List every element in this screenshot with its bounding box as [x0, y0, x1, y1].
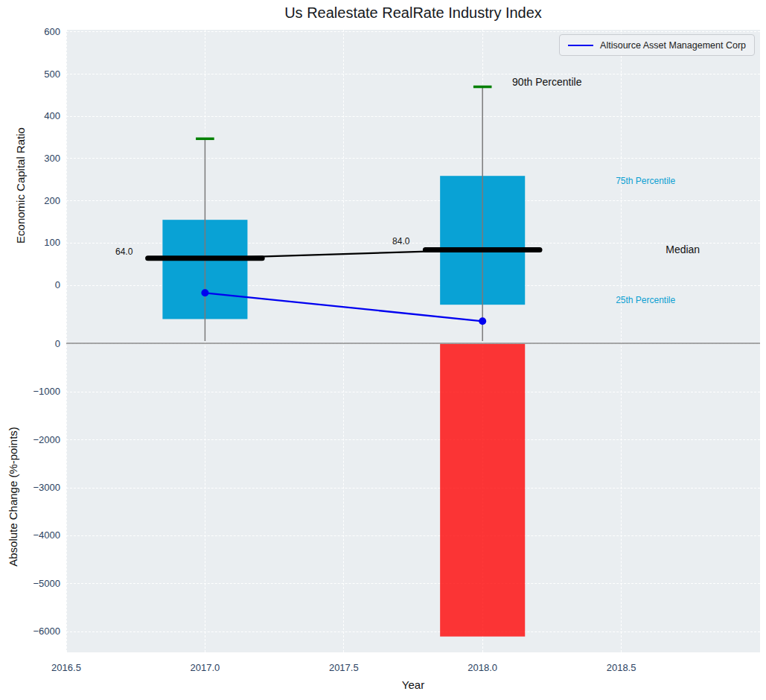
y-tick-label: 0: [20, 279, 60, 291]
gridline-horizontal: [66, 116, 760, 117]
gridline-horizontal: [66, 439, 760, 440]
y-tick-label: −2000: [20, 434, 60, 446]
x-tick-label: 2018.5: [596, 662, 648, 674]
gridline-horizontal: [66, 343, 760, 344]
gridline-horizontal: [66, 285, 760, 286]
gridline-horizontal: [66, 631, 760, 632]
percentile-label: Median: [666, 244, 700, 255]
gridline-vertical: [66, 30, 67, 652]
legend: Altisource Asset Management Corp: [559, 34, 755, 56]
y-tick-label: −6000: [20, 626, 60, 637]
bottom-y-axis-label: Absolute Change (%-points): [7, 427, 19, 567]
y-tick-label: −4000: [20, 529, 60, 541]
x-tick-label: 2016.5: [40, 662, 92, 674]
gridline-vertical: [482, 30, 483, 652]
gridline-vertical: [343, 30, 344, 652]
x-tick-label: 2017.5: [318, 662, 370, 674]
top-y-axis-label: Economic Capital Ratio: [14, 127, 27, 244]
y-tick-label: 500: [20, 69, 60, 80]
gridline-vertical: [621, 30, 622, 652]
y-tick-label: −1000: [20, 386, 60, 398]
gridline-horizontal: [66, 243, 760, 244]
gridline-horizontal: [66, 583, 760, 584]
gridline-horizontal: [66, 535, 760, 536]
gridline-horizontal: [66, 488, 760, 489]
x-tick-label: 2017.0: [179, 662, 231, 674]
x-axis-label: Year: [402, 678, 424, 691]
percentile-label: 75th Percentile: [616, 176, 675, 186]
x-tick-label: 2018.0: [456, 662, 508, 674]
y-tick-label: 600: [20, 26, 60, 38]
chart-title: Us Realestate RealRate Industry Index: [66, 4, 760, 22]
y-tick-label: −3000: [20, 482, 60, 494]
y-tick-label: 0: [20, 338, 60, 350]
y-tick-label: −5000: [20, 578, 60, 590]
gridline-horizontal: [66, 158, 760, 159]
figure: Us Realestate RealRate Industry Index 60…: [0, 0, 766, 700]
gridline-horizontal: [66, 74, 760, 74]
median-value-annotation: 84.0: [392, 236, 409, 246]
gridline-horizontal: [66, 31, 760, 32]
y-tick-label: 400: [20, 110, 60, 122]
bottom-plot-area: [66, 342, 760, 653]
gridline-horizontal: [66, 392, 760, 392]
legend-series-label: Altisource Asset Management Corp: [600, 40, 746, 51]
gridline-vertical: [205, 30, 205, 652]
gridline-horizontal: [66, 200, 760, 201]
legend-line-sample-icon: [568, 45, 593, 46]
median-value-annotation: 64.0: [115, 246, 133, 257]
percentile-label: 90th Percentile: [512, 76, 581, 88]
percentile-label: 25th Percentile: [616, 295, 675, 305]
